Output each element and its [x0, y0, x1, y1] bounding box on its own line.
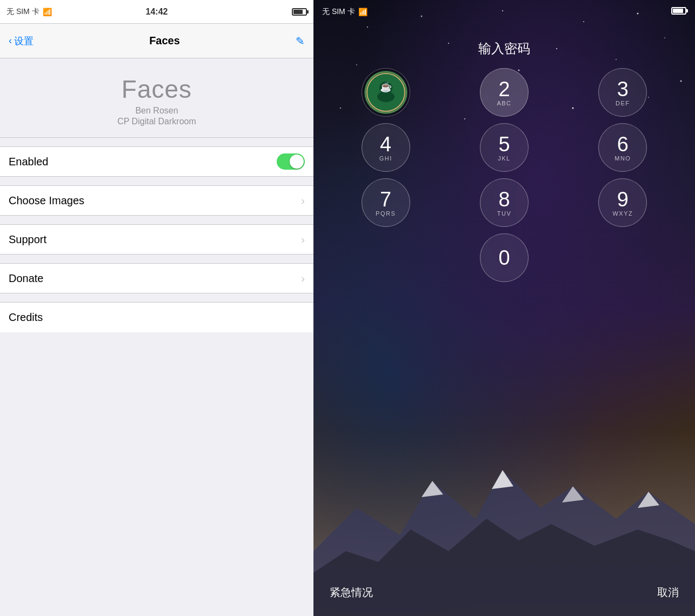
- choose-images-row[interactable]: Choose Images ›: [0, 185, 313, 216]
- svg-point-6: [356, 64, 357, 65]
- zero-row: 0: [313, 233, 695, 282]
- num-digit-9: 9: [617, 189, 629, 210]
- numpad-grid: ☕ 2 ABC 3 DEF 4 GHI 5 JKL 6 MNO: [313, 68, 695, 227]
- svg-point-0: [367, 26, 368, 28]
- back-button[interactable]: ‹ 设置: [9, 35, 34, 48]
- ls-battery-fill: [673, 9, 683, 13]
- credits-row[interactable]: Credits: [0, 302, 313, 332]
- app-company: CP Digital Darkroom: [117, 117, 196, 126]
- emergency-button[interactable]: 紧急情况: [330, 585, 373, 600]
- numpad-button-9[interactable]: 9 WXYZ: [598, 178, 647, 227]
- ls-carrier-text: 无 SIM 卡: [322, 7, 355, 17]
- carrier-wifi-left: 无 SIM 卡 📶: [6, 7, 52, 17]
- donate-chevron-icon: ›: [301, 272, 305, 285]
- starbucks-logo-icon: ☕: [364, 71, 407, 114]
- num-letters-5: JKL: [498, 155, 510, 162]
- svg-text:☕: ☕: [380, 81, 392, 93]
- num-digit-3: 3: [617, 79, 629, 99]
- num-letters-9: WXYZ: [612, 210, 633, 217]
- carrier-text-left: 无 SIM 卡: [6, 7, 39, 17]
- svg-point-29: [377, 91, 395, 102]
- status-bar-left: 无 SIM 卡 📶 14:42: [0, 0, 313, 24]
- svg-point-5: [664, 37, 665, 38]
- num-digit-5: 5: [498, 134, 510, 155]
- num-letters-2: ABC: [497, 100, 511, 106]
- nav-bar: ‹ 设置 Faces ✎: [0, 24, 313, 58]
- nav-title: Faces: [149, 35, 180, 47]
- bottom-actions: 紧急情况 取消: [313, 585, 695, 600]
- numpad-button-3[interactable]: 3 DEF: [598, 68, 647, 117]
- svg-point-10: [616, 59, 617, 60]
- num-letters-4: GHI: [379, 155, 392, 162]
- section-gap-1: [0, 138, 313, 146]
- cancel-button[interactable]: 取消: [657, 585, 679, 600]
- battery-fill-left: [293, 10, 303, 14]
- section-gap-3: [0, 216, 313, 224]
- support-label: Support: [9, 233, 46, 246]
- app-header: Faces Ben Rosen CP Digital Darkroom: [0, 58, 313, 138]
- num-digit-6: 6: [617, 134, 629, 155]
- num-letters-6: MNO: [614, 155, 631, 162]
- edit-icon: ✎: [296, 35, 305, 47]
- battery-area-left: [292, 8, 307, 16]
- ls-wifi-icon: 📶: [358, 8, 367, 16]
- section-gap-5: [0, 293, 313, 302]
- enabled-label: Enabled: [9, 156, 48, 168]
- numpad-button-5[interactable]: 5 JKL: [480, 123, 529, 172]
- wifi-icon-left: 📶: [43, 8, 52, 16]
- ls-battery-area: [671, 7, 686, 17]
- num-digit-8: 8: [498, 189, 510, 210]
- settings-panel: 无 SIM 卡 📶 14:42 ‹ 设置 Faces ✎ Faces Ben R…: [0, 0, 313, 616]
- toggle-knob: [290, 155, 304, 169]
- num-letters-3: DEF: [616, 100, 630, 106]
- numpad-button-4[interactable]: 4 GHI: [362, 123, 410, 172]
- lockscreen-status-bar: 无 SIM 卡 📶: [313, 0, 695, 24]
- time-display: 14:42: [146, 7, 168, 17]
- enabled-row: Enabled: [0, 146, 313, 177]
- section-gap-4: [0, 255, 313, 263]
- numpad-button-1[interactable]: ☕: [362, 68, 410, 117]
- num-digit-0: 0: [498, 247, 510, 268]
- numpad-button-7[interactable]: 7 PQRS: [362, 178, 410, 227]
- support-chevron-icon: ›: [301, 233, 305, 246]
- lockscreen-panel: 无 SIM 卡 📶 输入密码 ☕ 2 ABC: [313, 0, 695, 616]
- mountain-silhouette: [313, 400, 695, 616]
- back-chevron-icon: ‹: [9, 35, 12, 46]
- ls-carrier-wifi: 无 SIM 卡 📶: [322, 7, 367, 17]
- passcode-title: 输入密码: [313, 40, 695, 57]
- back-label: 设置: [14, 35, 34, 48]
- donate-label: Donate: [9, 272, 44, 285]
- num-letters-7: PQRS: [376, 210, 396, 217]
- app-author: Ben Rosen: [135, 106, 178, 116]
- enabled-toggle[interactable]: [277, 153, 305, 170]
- battery-icon-left: [292, 8, 307, 16]
- edit-button[interactable]: ✎: [296, 35, 305, 48]
- choose-images-chevron-icon: ›: [301, 195, 305, 207]
- numpad-button-2[interactable]: 2 ABC: [480, 68, 529, 117]
- donate-row[interactable]: Donate ›: [0, 263, 313, 293]
- credits-label: Credits: [9, 311, 43, 324]
- choose-images-label: Choose Images: [9, 195, 84, 207]
- num-digit-7: 7: [380, 189, 391, 210]
- ls-battery-icon: [671, 7, 686, 15]
- numpad-button-6[interactable]: 6 MNO: [598, 123, 647, 172]
- num-letters-8: TUV: [497, 210, 512, 217]
- section-gap-2: [0, 177, 313, 185]
- num-digit-2: 2: [498, 79, 510, 99]
- numpad-button-8[interactable]: 8 TUV: [480, 178, 529, 227]
- app-title: Faces: [122, 75, 192, 104]
- support-row[interactable]: Support ›: [0, 224, 313, 255]
- numpad-button-0[interactable]: 0: [480, 233, 529, 282]
- num-digit-4: 4: [380, 134, 391, 155]
